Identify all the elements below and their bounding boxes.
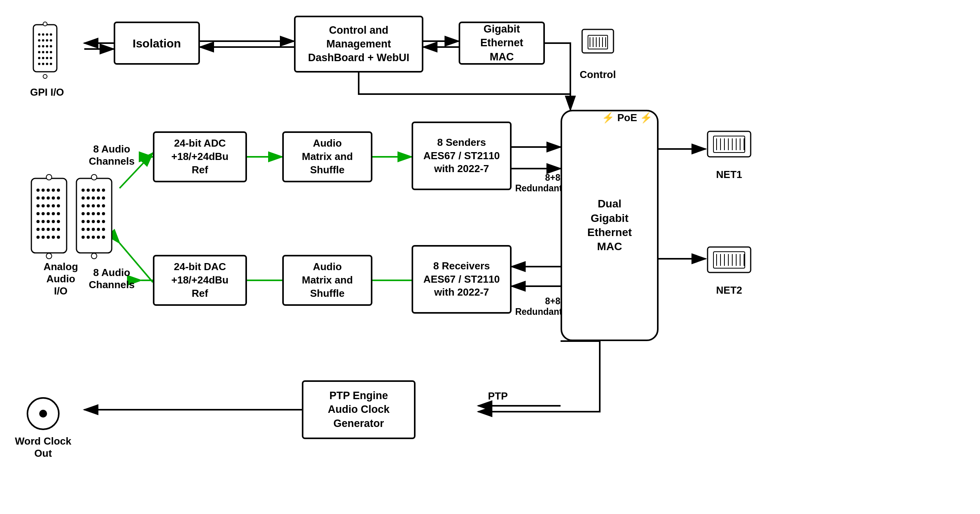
- svg-point-91: [47, 228, 50, 231]
- gpi-io-label: GPI I/O: [22, 86, 73, 98]
- svg-point-101: [91, 253, 97, 259]
- svg-point-100: [91, 174, 97, 180]
- svg-point-49: [38, 63, 40, 65]
- svg-point-98: [57, 236, 60, 239]
- svg-point-102: [82, 189, 85, 192]
- control-connector: [576, 22, 619, 65]
- receivers-block: 8 Receivers AES67 / ST2110 with 2022-7: [412, 245, 512, 314]
- svg-point-129: [92, 228, 95, 231]
- svg-point-30: [42, 33, 44, 36]
- svg-point-131: [102, 228, 105, 231]
- senders-block: 8 Senders AES67 / ST2110 with 2022-7: [412, 122, 512, 190]
- net2-label: NET2: [706, 284, 753, 296]
- svg-point-33: [38, 39, 40, 42]
- svg-point-67: [52, 189, 55, 192]
- poe-label: ⚡ PoE ⚡: [596, 112, 659, 124]
- svg-point-37: [38, 45, 40, 47]
- svg-point-123: [87, 220, 90, 223]
- svg-point-105: [97, 189, 100, 192]
- svg-point-136: [102, 236, 105, 239]
- svg-point-62: [46, 174, 52, 180]
- receivers-label: 8 Receivers AES67 / ST2110 with 2022-7: [423, 260, 500, 299]
- svg-point-112: [82, 204, 85, 207]
- svg-point-95: [42, 236, 45, 239]
- dual-gig-eth-block: Dual Gigabit Ethernet MAC: [561, 110, 659, 341]
- svg-point-27: [43, 22, 47, 26]
- svg-point-70: [42, 196, 45, 200]
- ptp-label: PTP: [482, 390, 514, 402]
- svg-point-73: [57, 196, 60, 200]
- svg-point-94: [36, 236, 40, 239]
- svg-point-43: [46, 51, 48, 53]
- svg-rect-54: [588, 35, 608, 49]
- svg-point-46: [42, 57, 44, 59]
- svg-point-40: [50, 45, 52, 47]
- svg-point-107: [82, 196, 85, 200]
- svg-point-75: [42, 204, 45, 207]
- svg-point-38: [42, 45, 44, 47]
- svg-point-77: [52, 204, 55, 207]
- svg-point-76: [47, 204, 50, 207]
- wordclock-label: Word Clock Out: [12, 435, 74, 460]
- audio-matrix-bot-block: Audio Matrix and Shuffle: [282, 255, 372, 306]
- svg-point-96: [47, 236, 50, 239]
- svg-point-114: [92, 204, 95, 207]
- svg-point-121: [102, 212, 105, 215]
- svg-point-52: [50, 63, 52, 65]
- svg-point-81: [47, 212, 50, 215]
- senders-label: 8 Senders AES67 / ST2110 with 2022-7: [423, 136, 500, 176]
- svg-point-97: [52, 236, 55, 239]
- svg-point-48: [50, 57, 52, 59]
- ptp-engine-label: PTP Engine Audio Clock Generator: [328, 389, 390, 430]
- net1-connector: [704, 125, 755, 165]
- net2-connector: [704, 241, 755, 280]
- svg-point-82: [52, 212, 55, 215]
- svg-point-118: [87, 212, 90, 215]
- 8-audio-channels-bot-label: 8 Audio Channels: [76, 267, 147, 291]
- net1-label: NET1: [706, 169, 753, 181]
- svg-point-63: [46, 253, 52, 259]
- svg-point-31: [46, 33, 48, 36]
- svg-point-35: [46, 39, 48, 42]
- svg-point-127: [82, 228, 85, 231]
- svg-point-132: [82, 236, 85, 239]
- gigabit-eth-mac-block: Gigabit Ethernet MAC: [459, 22, 545, 65]
- isolation-label: Isolation: [132, 36, 181, 51]
- svg-point-122: [82, 220, 85, 223]
- svg-point-108: [87, 196, 90, 200]
- svg-point-116: [102, 204, 105, 207]
- adc-label: 24-bit ADC +18/+24dBu Ref: [171, 137, 229, 176]
- svg-point-66: [47, 189, 50, 192]
- svg-point-109: [92, 196, 95, 200]
- svg-point-133: [87, 236, 90, 239]
- svg-point-103: [87, 189, 90, 192]
- svg-point-87: [52, 220, 55, 223]
- svg-point-126: [102, 220, 105, 223]
- svg-point-106: [102, 189, 105, 192]
- svg-point-50: [42, 63, 44, 65]
- svg-point-42: [42, 51, 44, 53]
- svg-point-69: [36, 196, 40, 200]
- svg-point-84: [36, 220, 40, 223]
- control-mgmt-block: Control and Management DashBoard + WebUI: [294, 16, 423, 73]
- svg-point-45: [38, 57, 40, 59]
- gigabit-eth-mac-label: Gigabit Ethernet MAC: [480, 22, 523, 64]
- svg-point-120: [97, 212, 100, 215]
- svg-point-80: [42, 212, 45, 215]
- svg-point-83: [57, 212, 60, 215]
- svg-point-72: [52, 196, 55, 200]
- audio-matrix-top-label: Audio Matrix and Shuffle: [302, 137, 353, 176]
- svg-point-117: [82, 212, 85, 215]
- svg-point-89: [36, 228, 40, 231]
- svg-point-74: [36, 204, 40, 207]
- isolation-block: Isolation: [114, 22, 200, 65]
- svg-point-125: [97, 220, 100, 223]
- audio-matrix-bot-label: Audio Matrix and Shuffle: [302, 260, 353, 300]
- svg-point-88: [57, 220, 60, 223]
- 8-audio-channels-top-label: 8 Audio Channels: [76, 143, 147, 167]
- analog-audio-connector: [24, 169, 122, 267]
- svg-point-47: [46, 57, 48, 59]
- svg-point-51: [46, 63, 48, 65]
- svg-rect-26: [33, 25, 57, 72]
- svg-point-110: [97, 196, 100, 200]
